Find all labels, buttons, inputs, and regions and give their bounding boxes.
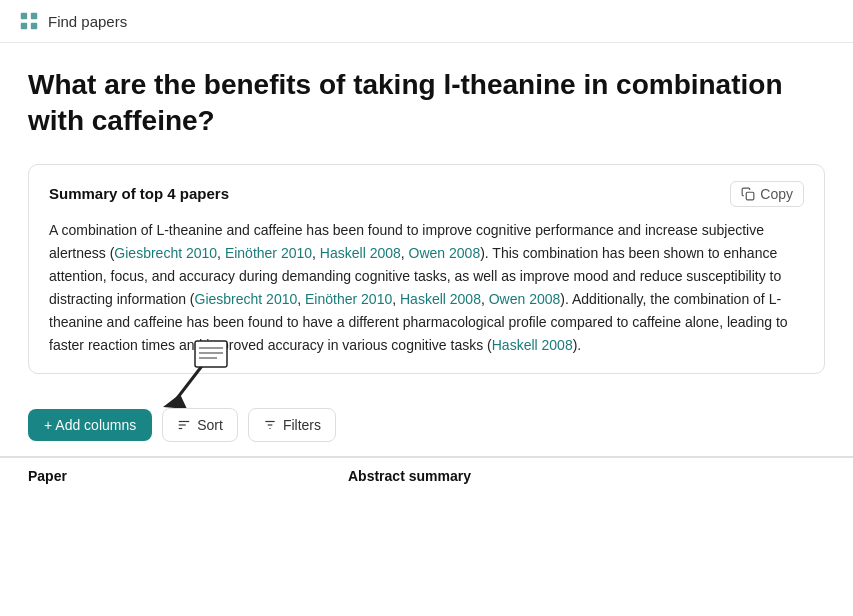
ref-giesbrecht-2010-1[interactable]: Giesbrecht 2010: [114, 245, 217, 261]
ref-owen-2008-1[interactable]: Owen 2008: [409, 245, 481, 261]
svg-rect-2: [21, 23, 27, 29]
filters-label: Filters: [283, 417, 321, 433]
svg-rect-0: [21, 13, 27, 19]
ref-einother-2010-2[interactable]: Einöther 2010: [305, 291, 392, 307]
main-content: What are the benefits of taking l-theani…: [0, 43, 853, 374]
summary-title: Summary of top 4 papers: [49, 185, 229, 202]
find-papers-icon: [18, 10, 40, 32]
sort-icon: [177, 418, 191, 432]
col-paper-header: Paper: [28, 468, 348, 484]
summary-header: Summary of top 4 papers Copy: [49, 181, 804, 207]
svg-rect-1: [31, 13, 37, 19]
svg-rect-3: [31, 23, 37, 29]
table-header: Paper Abstract summary: [0, 457, 853, 494]
ref-haskell-2008-1[interactable]: Haskell 2008: [320, 245, 401, 261]
copy-label: Copy: [760, 186, 793, 202]
copy-button[interactable]: Copy: [730, 181, 804, 207]
top-nav: Find papers: [0, 0, 853, 43]
add-columns-label: + Add columns: [44, 417, 136, 433]
summary-section: Summary of top 4 papers Copy A combinati…: [28, 164, 825, 375]
ref-haskell-2008-2[interactable]: Haskell 2008: [400, 291, 481, 307]
col-abstract-header: Abstract summary: [348, 468, 825, 484]
copy-icon: [741, 187, 755, 201]
filters-button[interactable]: Filters: [248, 408, 336, 442]
ref-einother-2010-1[interactable]: Einöther 2010: [225, 245, 312, 261]
ref-owen-2008-2[interactable]: Owen 2008: [489, 291, 561, 307]
toolbar-container: + Add columns Sort Filters: [0, 394, 853, 456]
sort-label: Sort: [197, 417, 223, 433]
ref-giesbrecht-2010-2[interactable]: Giesbrecht 2010: [195, 291, 298, 307]
toolbar: + Add columns Sort Filters: [0, 394, 853, 456]
svg-rect-4: [747, 192, 755, 200]
query-heading: What are the benefits of taking l-theani…: [28, 67, 825, 140]
ref-haskell-2008-3[interactable]: Haskell 2008: [492, 337, 573, 353]
sort-button[interactable]: Sort: [162, 408, 238, 442]
nav-title: Find papers: [48, 13, 127, 30]
summary-text: A combination of L-theanine and caffeine…: [49, 219, 804, 358]
filters-icon: [263, 418, 277, 432]
add-columns-button[interactable]: + Add columns: [28, 409, 152, 441]
